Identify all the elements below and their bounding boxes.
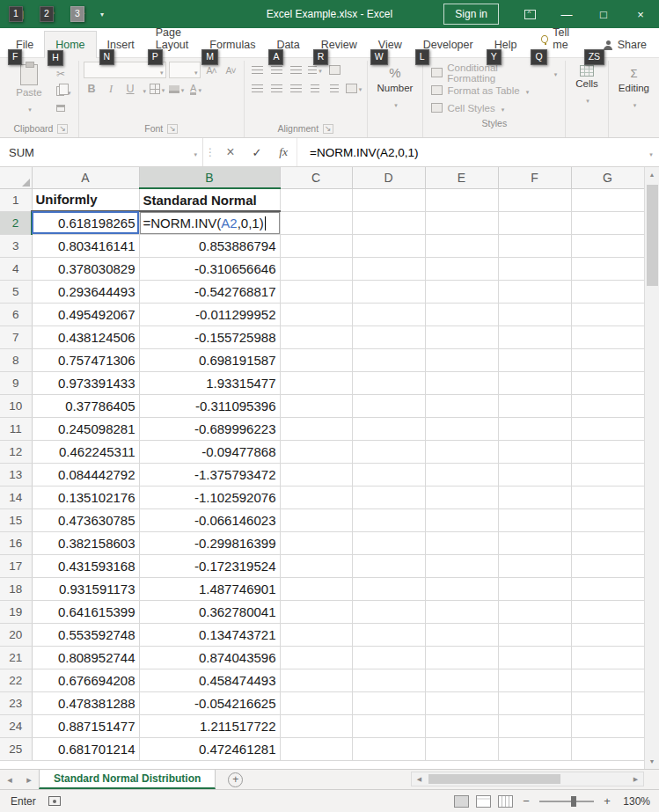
vertical-scrollbar[interactable] bbox=[644, 167, 659, 769]
cell-G8[interactable] bbox=[571, 348, 644, 371]
cell-G7[interactable] bbox=[571, 326, 644, 348]
cell-E22[interactable] bbox=[425, 669, 498, 691]
close-button[interactable]: × bbox=[622, 0, 659, 28]
cell-E13[interactable] bbox=[425, 463, 498, 486]
cell-G19[interactable] bbox=[571, 600, 644, 623]
cell-A11[interactable]: 0.245098281 bbox=[32, 417, 139, 440]
align-bottom-button[interactable] bbox=[288, 62, 304, 77]
cell-D15[interactable] bbox=[352, 508, 425, 531]
cell-B1[interactable]: Standarad Normal bbox=[139, 188, 280, 211]
row-header-3[interactable]: 3 bbox=[0, 234, 32, 257]
cell-F13[interactable] bbox=[498, 463, 571, 486]
editing-button[interactable]: Editing bbox=[613, 62, 655, 111]
cell-D11[interactable] bbox=[352, 417, 425, 440]
row-header-18[interactable]: 18 bbox=[0, 577, 32, 600]
scroll-down-button[interactable] bbox=[645, 754, 659, 769]
cell-D7[interactable] bbox=[352, 326, 425, 348]
cell-G21[interactable] bbox=[571, 646, 644, 669]
zoom-level[interactable]: 130% bbox=[620, 795, 650, 808]
cell-F4[interactable] bbox=[498, 257, 571, 280]
cell-B4[interactable]: -0.310656646 bbox=[139, 257, 280, 280]
tab-data[interactable]: DataA bbox=[266, 32, 310, 57]
cell-F17[interactable] bbox=[498, 554, 571, 577]
cell-styles-button[interactable]: Cell Styles bbox=[428, 99, 560, 116]
cell-E17[interactable] bbox=[425, 554, 498, 577]
merge-center-button[interactable] bbox=[346, 80, 362, 96]
cell-B25[interactable]: 0.472461281 bbox=[139, 737, 280, 760]
copy-button[interactable] bbox=[54, 83, 74, 99]
cell-A22[interactable]: 0.676694208 bbox=[32, 669, 139, 691]
cell-B16[interactable]: -0.299816399 bbox=[139, 531, 280, 554]
cell-E15[interactable] bbox=[425, 508, 498, 531]
cell-C11[interactable] bbox=[280, 417, 352, 440]
cell-D8[interactable] bbox=[352, 348, 425, 371]
scroll-left-button[interactable] bbox=[412, 772, 427, 786]
cell-G17[interactable] bbox=[571, 554, 644, 577]
cell-B17[interactable]: -0.172319524 bbox=[139, 554, 280, 577]
cell-G16[interactable] bbox=[571, 531, 644, 554]
cell-A5[interactable]: 0.293644493 bbox=[32, 280, 139, 303]
cell-G10[interactable] bbox=[571, 394, 644, 417]
cell-C21[interactable] bbox=[280, 646, 352, 669]
cell-C5[interactable] bbox=[280, 280, 352, 303]
cell-A7[interactable]: 0.438124506 bbox=[32, 326, 139, 348]
cell-F7[interactable] bbox=[498, 326, 571, 348]
cell-D21[interactable] bbox=[352, 646, 425, 669]
cell-D16[interactable] bbox=[352, 531, 425, 554]
cell-E4[interactable] bbox=[425, 257, 498, 280]
horizontal-scroll-thumb[interactable] bbox=[428, 774, 560, 784]
row-header-16[interactable]: 16 bbox=[0, 531, 32, 554]
cell-D14[interactable] bbox=[352, 486, 425, 508]
formula-input[interactable]: =NORM.INV(A2,0,1) bbox=[297, 138, 641, 166]
bold-button[interactable] bbox=[84, 81, 100, 97]
cell-G14[interactable] bbox=[571, 486, 644, 508]
cell-D5[interactable] bbox=[352, 280, 425, 303]
cell-A8[interactable]: 0.757471306 bbox=[32, 348, 139, 371]
cell-A19[interactable]: 0.641615399 bbox=[32, 600, 139, 623]
cell-B10[interactable]: -0.311095396 bbox=[139, 394, 280, 417]
cell-A24[interactable]: 0.887151477 bbox=[32, 714, 139, 737]
cell-B21[interactable]: 0.874043596 bbox=[139, 646, 280, 669]
cell-C14[interactable] bbox=[280, 486, 352, 508]
cell-D1[interactable] bbox=[352, 188, 425, 211]
scroll-right-button[interactable] bbox=[628, 772, 643, 786]
tab-help[interactable]: HelpY bbox=[484, 32, 528, 57]
page-break-preview-button[interactable] bbox=[498, 795, 513, 808]
row-header-4[interactable]: 4 bbox=[0, 257, 32, 280]
cell-B15[interactable]: -0.066146023 bbox=[139, 508, 280, 531]
cell-D22[interactable] bbox=[352, 669, 425, 691]
cell-A17[interactable]: 0.431593168 bbox=[32, 554, 139, 577]
horizontal-scrollbar[interactable] bbox=[411, 772, 644, 786]
cell-E6[interactable] bbox=[425, 303, 498, 326]
conditional-formatting-button[interactable]: Conditional Formatting bbox=[428, 64, 560, 81]
italic-button[interactable] bbox=[103, 81, 120, 97]
cell-F23[interactable] bbox=[498, 691, 571, 714]
cell-B18[interactable]: 1.487746901 bbox=[139, 577, 280, 600]
next-sheet-button[interactable] bbox=[19, 770, 39, 789]
cell-B12[interactable]: -0.09477868 bbox=[139, 440, 280, 463]
cell-A20[interactable]: 0.553592748 bbox=[32, 623, 139, 646]
cell-A1[interactable]: Uniformly bbox=[32, 188, 139, 211]
tab-home[interactable]: HomeH bbox=[44, 31, 96, 58]
row-header-21[interactable]: 21 bbox=[0, 646, 32, 669]
cell-F1[interactable] bbox=[498, 188, 571, 211]
cell-B11[interactable]: -0.689996223 bbox=[139, 417, 280, 440]
cell-F6[interactable] bbox=[498, 303, 571, 326]
row-header-22[interactable]: 22 bbox=[0, 669, 32, 691]
cell-A18[interactable]: 0.931591173 bbox=[32, 577, 139, 600]
zoom-in-button[interactable]: + bbox=[601, 794, 613, 808]
sheet-tab-active[interactable]: Standard Normal Distribution bbox=[39, 770, 216, 789]
column-header-G[interactable]: G bbox=[571, 167, 644, 188]
cell-G11[interactable] bbox=[571, 417, 644, 440]
decrease-font-size-button[interactable] bbox=[223, 62, 239, 78]
cell-A21[interactable]: 0.808952744 bbox=[32, 646, 139, 669]
align-left-button[interactable] bbox=[249, 80, 266, 96]
row-header-24[interactable]: 24 bbox=[0, 714, 32, 737]
tab-developer[interactable]: DeveloperL bbox=[413, 32, 484, 57]
cell-B24[interactable]: 1.211517722 bbox=[139, 714, 280, 737]
row-header-11[interactable]: 11 bbox=[0, 417, 32, 440]
cell-C7[interactable] bbox=[280, 326, 352, 348]
underline-dropdown-icon[interactable] bbox=[142, 81, 147, 97]
cell-F3[interactable] bbox=[498, 234, 571, 257]
paste-button[interactable]: Paste bbox=[8, 62, 50, 121]
